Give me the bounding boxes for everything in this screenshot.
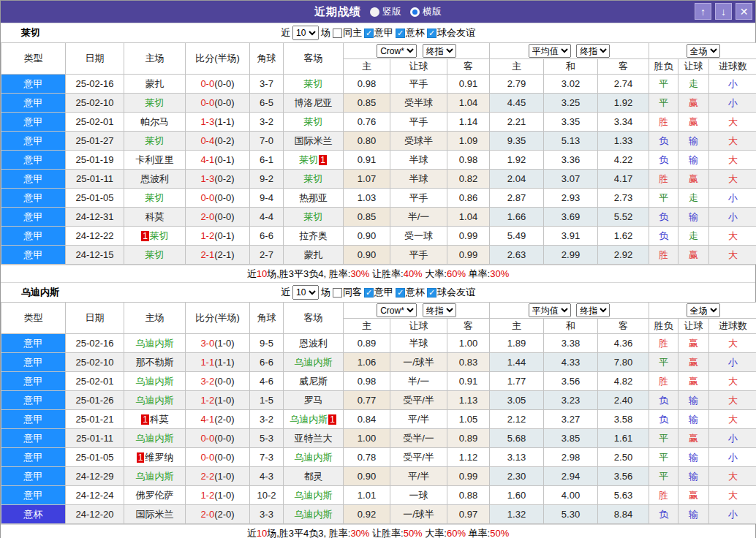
- odds-final-select[interactable]: 终指: [423, 44, 456, 58]
- odds-final-select[interactable]: 终指: [423, 303, 456, 317]
- league-cell: 意甲: [1, 429, 66, 448]
- avg-away-cell: 2.74: [598, 75, 649, 94]
- team-name: 乌迪内斯: [136, 433, 174, 444]
- result-text: 胜: [659, 490, 668, 501]
- avg-draw-cell: 3.69: [544, 208, 598, 227]
- score-cell: 2-1(2-1): [186, 246, 250, 265]
- average-final-select[interactable]: 终指: [576, 44, 610, 58]
- date-cell: 25-02-10: [66, 94, 124, 113]
- away-team-cell: 莱切: [284, 113, 344, 132]
- result-text: 胜: [659, 338, 668, 349]
- result-text: 输: [689, 211, 698, 222]
- col-header-date: 日期: [66, 303, 124, 334]
- match-count-select[interactable]: 10: [292, 285, 319, 300]
- near-label: 近: [281, 286, 290, 299]
- layout-vertical-radio[interactable]: 竖版: [370, 5, 401, 18]
- home-team-cell: 乌迪内斯: [124, 467, 186, 486]
- odds-home-cell: 0.80: [344, 132, 390, 151]
- odds-home-cell: 0.76: [344, 113, 390, 132]
- same-venue-checkbox[interactable]: 同客: [333, 286, 362, 299]
- result-text: 胜: [659, 376, 668, 387]
- checkbox-icon: [333, 29, 342, 38]
- team-name: 莱切: [150, 230, 169, 241]
- fulltime-score: 1-3: [200, 116, 214, 127]
- club-friendly-checkbox[interactable]: 球会友谊: [427, 26, 475, 39]
- average-select[interactable]: 平均值: [529, 44, 571, 58]
- coppa-italia-checkbox[interactable]: 意杯: [396, 26, 425, 39]
- handicap-result-cell: 输: [678, 505, 709, 524]
- fulltime-score: 4-1: [200, 414, 214, 425]
- corner-cell: 7-0: [250, 132, 284, 151]
- date-cell: 25-02-16: [66, 334, 124, 353]
- corner-cell: 3-2: [250, 113, 284, 132]
- fulltime-select[interactable]: 全场: [687, 44, 720, 58]
- handicap-result-cell: 输: [678, 132, 709, 151]
- layout-horizontal-radio[interactable]: 横版: [410, 5, 442, 18]
- summary-part: 大率:: [423, 268, 447, 279]
- date-cell: 25-01-21: [66, 410, 124, 429]
- fulltime-select[interactable]: 全场: [687, 303, 720, 317]
- average-select[interactable]: 平均值: [529, 303, 571, 317]
- coppa-italia-checkbox[interactable]: 意杯: [396, 286, 425, 299]
- sub-header-result: 胜负: [649, 319, 678, 334]
- score-cell: 1-1(1-1): [186, 353, 250, 372]
- avg-away-cell: 8.84: [598, 505, 649, 524]
- league-cell: 意甲: [1, 448, 66, 467]
- avg-home-cell: 1.66: [490, 208, 544, 227]
- result-text: 大: [728, 490, 738, 501]
- corner-cell: 9-4: [250, 189, 284, 208]
- fulltime-score: 1-2: [200, 230, 214, 241]
- close-button[interactable]: ✕: [736, 3, 752, 20]
- team-name: 乌迪内斯: [21, 286, 59, 299]
- result-text: 大: [728, 230, 738, 241]
- move-down-button[interactable]: ↓: [715, 3, 732, 20]
- serie-a-checkbox[interactable]: 意甲: [364, 26, 393, 39]
- goals-result-cell: 大: [709, 486, 756, 505]
- goals-result-cell: 大: [709, 132, 756, 151]
- sub-header-avg-draw: 和: [544, 319, 598, 334]
- goals-result-cell: 大: [709, 372, 756, 391]
- average-final-select[interactable]: 终指: [576, 303, 610, 317]
- match-count-select[interactable]: 10: [292, 26, 319, 40]
- games-label: 场: [321, 286, 330, 299]
- col-header-score: 比分(半场): [186, 303, 250, 334]
- summary-part: 单率:: [466, 268, 490, 279]
- avg-draw-cell: 3.02: [544, 75, 598, 94]
- result-text: 小: [728, 433, 738, 444]
- league-cell: 意甲: [1, 227, 66, 246]
- result-text: 负: [659, 414, 668, 425]
- odds-source-select[interactable]: Crow*: [377, 303, 417, 317]
- avg-away-cell: 3.34: [598, 113, 649, 132]
- sub-header-handicap-result: 让球: [678, 319, 709, 334]
- team-name: 莱切: [299, 154, 318, 165]
- summary-part: 60%: [447, 268, 466, 279]
- same-venue-checkbox[interactable]: 同主: [333, 26, 362, 39]
- result-text: 小: [728, 211, 738, 222]
- avg-home-cell: 2.12: [490, 410, 544, 429]
- result-cell: 负: [649, 208, 678, 227]
- ranking-badge: 1: [319, 155, 327, 165]
- score-cell: 0-4(0-2): [186, 132, 250, 151]
- layout-vertical-label: 竖版: [382, 5, 401, 18]
- team-name: 莱切: [304, 78, 323, 89]
- odds-source-select[interactable]: Crow*: [377, 44, 417, 58]
- move-up-button[interactable]: ↑: [695, 3, 711, 20]
- sub-header-result: 胜负: [649, 59, 678, 75]
- avg-draw-cell: 2.99: [544, 246, 598, 265]
- coppa-italia-label: 意杯: [406, 26, 425, 39]
- away-team-cell: 莱切: [284, 75, 344, 94]
- summary-part: 让胜率:: [369, 268, 403, 279]
- match-row: 意甲24-12-24佛罗伦萨1-2(1-0)10-2乌迪内斯1.01一球0.88…: [1, 486, 756, 505]
- team-name: 佛罗伦萨: [136, 490, 174, 501]
- page-title: 近期战绩: [314, 5, 361, 19]
- match-row: 意甲25-02-16蒙扎0-0(0-0)3-7莱切0.98平手0.912.793…: [1, 75, 756, 94]
- avg-home-cell: 2.30: [490, 467, 544, 486]
- odds-away-cell: 0.97: [447, 505, 490, 524]
- club-friendly-checkbox[interactable]: 球会友谊: [427, 286, 475, 299]
- serie-a-checkbox[interactable]: 意甲: [364, 286, 393, 299]
- team-section: 莱切 近 10 场 同主 意甲 意杯 球会友: [1, 23, 755, 282]
- result-text: 平: [659, 452, 668, 463]
- result-text: 赢: [689, 433, 698, 444]
- team-name: 乌迪内斯: [295, 509, 333, 520]
- handicap-line-cell: 半球: [390, 170, 447, 189]
